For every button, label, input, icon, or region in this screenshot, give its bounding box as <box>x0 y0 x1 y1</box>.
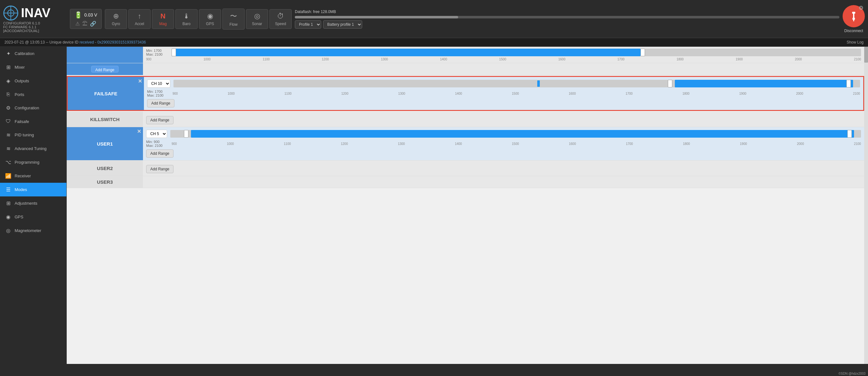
user2-content: Add Range <box>143 161 864 176</box>
failsafe-delete-icon[interactable]: ✕ <box>138 78 142 84</box>
failsafe-add-btn-row: Add Range <box>147 99 860 108</box>
gps-label: GPS <box>206 22 214 26</box>
modes-icon: ☰ <box>5 186 11 193</box>
sidebar-item-magnetometer[interactable]: ◎ Magnetometer <box>0 224 66 237</box>
sidebar-item-pid-tuning[interactable]: ≋ PID tuning <box>0 128 66 142</box>
user2-add-btn-row: Add Range <box>146 165 861 173</box>
gps-label: GPS <box>14 214 23 219</box>
failsafe-handle-left[interactable] <box>668 80 672 87</box>
user2-add-range-btn[interactable]: Add Range <box>146 165 174 173</box>
sidebar-item-ports[interactable]: ⎘ Ports <box>0 88 66 101</box>
speed-icon: ⏱ <box>277 12 284 20</box>
programming-label: Programming <box>14 160 39 165</box>
sidebar-item-modes[interactable]: ☰ Modes <box>0 183 66 196</box>
partial-ruler: 9001000110012001300140015001600170018001… <box>146 58 861 61</box>
scrollbar-thumb[interactable] <box>864 47 868 63</box>
dataflash-text: Dataflash: free 128.0MB <box>295 9 839 14</box>
battery-profile-select[interactable]: Battery profile 1 Battery profile 2 <box>323 20 362 29</box>
partial-slider <box>172 49 861 56</box>
failsafe-ruler: 9001000110012001300140015001600170018001… <box>173 92 860 95</box>
outputs-icon: ◈ <box>5 78 11 84</box>
info-bar: 2023-07-21 @ 13:05:13 -- Unique device I… <box>0 38 868 47</box>
sidebar-item-mixer[interactable]: ⊞ Mixer <box>0 60 66 74</box>
flow-icon: 〜 <box>230 11 237 21</box>
speed-label: Speed <box>275 22 286 26</box>
configuration-label: Configuration <box>14 106 39 110</box>
sidebar-item-programming[interactable]: ⌥ Programming <box>0 155 66 169</box>
settings-button[interactable]: ⚙ <box>859 4 864 11</box>
mag-label: Mag <box>159 22 166 26</box>
sensor-sonar[interactable]: ◎ Sonar <box>246 9 268 29</box>
failsafe-add-row: Min: 1700Max: 2100 900100011001200130014… <box>147 90 860 97</box>
battery-indicator: 🔋 0.03 V ⚠ ⛱ 🔗 <box>70 9 102 29</box>
mixer-label: Mixer <box>14 65 25 69</box>
partial-add-range-btn[interactable]: Add Range <box>91 66 119 73</box>
killswitch-add-range-btn[interactable]: Add Range <box>146 116 174 124</box>
sidebar-item-failsafe[interactable]: 🛡 Failsafe <box>0 115 66 128</box>
failsafe-range-row: CH 10 <box>147 80 860 88</box>
user1-handle-left[interactable] <box>184 130 188 138</box>
sensor-accel[interactable]: ↑ Accel <box>128 9 151 29</box>
partial-range-row: Min: 1700Max: 2100 <box>146 49 861 56</box>
partial-add-row: Add Range <box>67 63 864 75</box>
main-layout: ✦ Calibration ⊞ Mixer ◈ Outputs ⎘ Ports … <box>0 47 868 364</box>
profile-select[interactable]: Profile 1 Profile 2 Profile 3 <box>295 20 321 29</box>
content-area: Min: 1700Max: 2100 900100011001200130014… <box>67 47 864 364</box>
gps-sidebar-icon: ◉ <box>5 214 11 220</box>
failsafe-add-range-btn[interactable]: Add Range <box>147 99 175 108</box>
disconnect-label: Disconnect <box>844 29 863 33</box>
adjustments-label: Adjustments <box>14 201 37 206</box>
warning-icon: ⚠ <box>75 21 80 27</box>
user2-row: USER2 Add Range <box>67 161 864 176</box>
battery-icon: 🔋 <box>74 11 82 19</box>
partial-handle-right[interactable] <box>641 49 645 56</box>
partial-handle-left[interactable] <box>172 49 176 56</box>
usb-icon <box>848 10 860 22</box>
user1-row: USER1 ✕ CH 5 <box>67 127 864 161</box>
ports-icon: ⎘ <box>5 91 11 97</box>
sidebar-item-calibration[interactable]: ✦ Calibration <box>0 47 66 60</box>
failsafe-minmax: Min: 1700Max: 2100 <box>147 90 169 97</box>
user1-add-range-btn[interactable]: Add Range <box>146 149 174 157</box>
sidebar-item-configuration[interactable]: ⚙ Configuration <box>0 101 66 115</box>
dataflash-bar <box>295 16 839 19</box>
sensor-gyro[interactable]: ⊕ Gyro <box>105 9 127 29</box>
sidebar-item-advanced-tuning[interactable]: ≋ Advanced Tuning <box>0 142 66 155</box>
sidebar: ✦ Calibration ⊞ Mixer ◈ Outputs ⎘ Ports … <box>0 47 67 364</box>
user3-label: USER3 <box>97 179 113 185</box>
failsafe-handle-right[interactable] <box>846 80 851 87</box>
sensor-gps[interactable]: ◉ GPS <box>199 9 221 29</box>
advanced-tuning-icon: ≋ <box>5 146 11 152</box>
sidebar-item-outputs[interactable]: ◈ Outputs <box>0 74 66 88</box>
sensor-mag[interactable]: N Mag <box>152 9 174 29</box>
user1-handle-right[interactable] <box>847 130 852 138</box>
partial-content: Min: 1700Max: 2100 900100011001200130014… <box>143 47 864 63</box>
timestamp-text: 2023-07-21 @ 13:05:13 -- Unique device I… <box>4 40 79 45</box>
failsafe-label: Failsafe <box>14 119 29 124</box>
sensor-baro[interactable]: 🌡 Baro <box>175 9 197 29</box>
user3-row: USER3 <box>67 176 864 188</box>
user1-delete-icon[interactable]: ✕ <box>137 128 141 135</box>
user1-range-row: CH 5 <box>146 130 861 138</box>
failsafe-icon: 🛡 <box>5 119 11 124</box>
sensor-flow[interactable]: 〜 Flow <box>222 8 245 30</box>
sidebar-item-adjustments[interactable]: ⊞ Adjustments <box>0 196 66 210</box>
scrollbar-track[interactable] <box>864 47 868 364</box>
user1-ruler: 9001000110012001300140015001600170018001… <box>172 142 861 146</box>
show-log-btn[interactable]: Show Log <box>847 40 864 45</box>
failsafe-current-marker <box>537 80 540 87</box>
advanced-tuning-label: Advanced Tuning <box>14 146 46 151</box>
svg-rect-4 <box>852 12 855 14</box>
user1-minmax: Min: 900Max: 2100 <box>146 140 168 147</box>
sensor-speed[interactable]: ⏱ Speed <box>270 9 292 29</box>
failsafe-ruler-labels: 9001000110012001300140015001600170018001… <box>173 92 860 95</box>
battery-voltage: 0.03 V <box>84 12 97 18</box>
baro-label: Baro <box>182 22 190 26</box>
info-text: 2023-07-21 @ 13:05:13 -- Unique device I… <box>4 40 146 45</box>
failsafe-ch-select[interactable]: CH 10 <box>147 80 170 88</box>
sidebar-item-gps[interactable]: ◉ GPS <box>0 210 66 224</box>
sidebar-item-receiver[interactable]: 📶 Receiver <box>0 169 66 183</box>
user1-ch-select[interactable]: CH 5 <box>146 130 167 138</box>
gps-icon: ◉ <box>207 12 213 20</box>
mixer-icon: ⊞ <box>5 64 11 70</box>
